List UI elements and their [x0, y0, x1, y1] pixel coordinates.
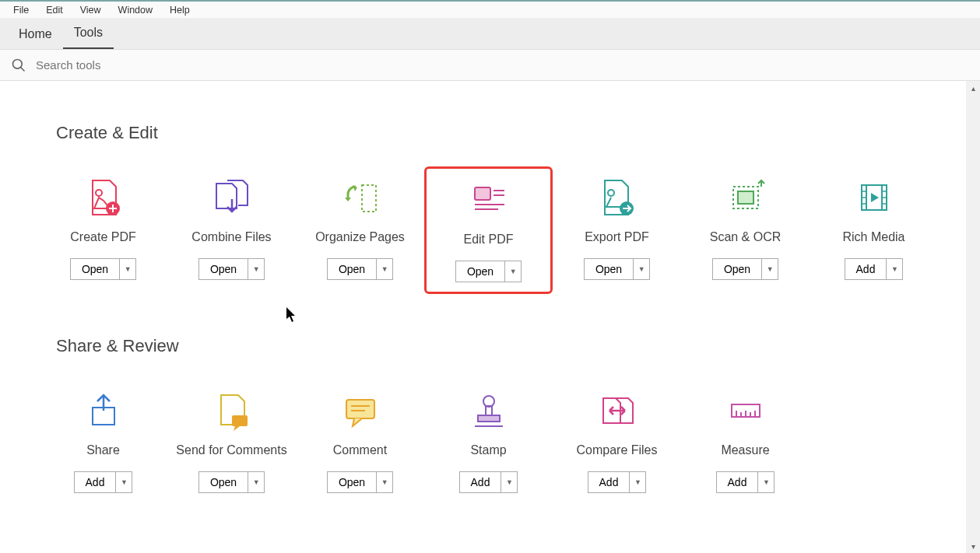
scroll-up-arrow-icon[interactable]: ▴: [966, 81, 980, 95]
tool-label: Stamp: [470, 443, 506, 457]
tool-organize-pages[interactable]: Organize Pages Open ▼: [296, 166, 424, 294]
add-button[interactable]: Add: [75, 472, 117, 492]
share-icon: [82, 389, 125, 432]
dropdown-button[interactable]: ▼: [248, 472, 264, 492]
dropdown-button[interactable]: ▼: [377, 472, 392, 492]
tool-action-group: Open ▼: [70, 258, 136, 280]
add-button[interactable]: Add: [717, 472, 759, 492]
tab-home[interactable]: Home: [8, 21, 63, 49]
tool-rich-media[interactable]: Rich Media Add ▼: [810, 166, 938, 294]
svg-rect-4: [362, 185, 376, 212]
open-button[interactable]: Open: [71, 259, 120, 279]
dropdown-button[interactable]: ▼: [248, 259, 264, 279]
svg-point-28: [483, 396, 494, 407]
tabbar: Home Tools: [0, 19, 980, 50]
dropdown-button[interactable]: ▼: [634, 259, 649, 279]
svg-rect-13: [738, 191, 753, 204]
tools-share-review: Share Add ▼ Send for Comments Open ▼: [39, 380, 980, 502]
content-area: Create & Edit Create PDF Open ▼: [0, 81, 980, 553]
tool-label: Measure: [721, 443, 769, 457]
dropdown-button[interactable]: ▼: [501, 472, 517, 492]
comment-icon: [339, 389, 382, 432]
menubar: File Edit View Window Help: [0, 0, 980, 19]
compare-files-icon: [595, 389, 639, 432]
vertical-scrollbar[interactable]: ▴ ▾: [966, 81, 980, 553]
svg-point-0: [13, 59, 23, 68]
dropdown-button[interactable]: ▼: [116, 472, 132, 492]
open-button[interactable]: Open: [199, 472, 248, 492]
menu-window[interactable]: Window: [110, 5, 161, 16]
add-button[interactable]: Add: [460, 472, 502, 492]
scan-ocr-icon: [724, 176, 767, 219]
export-pdf-icon: [595, 176, 639, 219]
tool-action-group: Open ▼: [327, 258, 393, 280]
dropdown-button[interactable]: ▼: [887, 259, 902, 279]
search-icon: [11, 58, 26, 73]
tool-label: Combine Files: [191, 230, 271, 244]
tool-label: Share: [86, 443, 120, 457]
menu-view[interactable]: View: [72, 5, 110, 16]
tool-action-group: Add ▼: [588, 471, 647, 493]
dropdown-button[interactable]: ▼: [120, 259, 135, 279]
tool-label: Edit PDF: [463, 233, 513, 247]
rich-media-icon: [852, 176, 896, 219]
tool-action-group: Add ▼: [459, 471, 518, 493]
open-button[interactable]: Open: [328, 259, 377, 279]
combine-files-icon: [210, 176, 254, 219]
open-button[interactable]: Open: [456, 261, 505, 282]
tool-share[interactable]: Share Add ▼: [39, 380, 167, 502]
tool-label: Organize Pages: [315, 230, 405, 244]
tool-label: Export PDF: [585, 230, 649, 244]
tool-label: Send for Comments: [176, 443, 286, 457]
tool-combine-files[interactable]: Combine Files Open ▼: [167, 166, 296, 294]
dropdown-button[interactable]: ▼: [762, 259, 778, 279]
dropdown-button[interactable]: ▼: [758, 472, 774, 492]
tool-label: Create PDF: [70, 230, 135, 244]
tool-create-pdf[interactable]: Create PDF Open ▼: [39, 166, 167, 294]
menu-help[interactable]: Help: [161, 5, 198, 16]
stamp-icon: [467, 389, 511, 432]
add-button[interactable]: Add: [845, 259, 887, 279]
svg-rect-25: [346, 400, 374, 418]
dropdown-button[interactable]: ▼: [505, 261, 521, 282]
svg-rect-30: [478, 415, 500, 422]
tool-action-group: Open ▼: [327, 471, 393, 493]
tool-action-group: Open ▼: [198, 258, 265, 280]
tool-action-group: Add ▼: [74, 471, 133, 493]
tool-send-for-comments[interactable]: Send for Comments Open ▼: [167, 380, 296, 502]
tab-tools[interactable]: Tools: [63, 19, 114, 49]
tool-action-group: Open ▼: [712, 258, 778, 280]
tool-comment[interactable]: Comment Open ▼: [296, 380, 424, 502]
scroll-down-arrow-icon[interactable]: ▾: [966, 539, 980, 553]
tool-measure[interactable]: Measure Add ▼: [681, 380, 810, 502]
dropdown-button[interactable]: ▼: [630, 472, 645, 492]
tool-scan-ocr[interactable]: Scan & OCR Open ▼: [681, 166, 810, 294]
tool-action-group: Open ▼: [455, 261, 522, 282]
tool-action-group: Open ▼: [198, 471, 265, 493]
section-title-share-review: Share & Review: [56, 336, 980, 356]
menu-file[interactable]: File: [5, 5, 37, 16]
tool-action-group: Add ▼: [845, 258, 904, 280]
tool-compare-files[interactable]: Compare Files Add ▼: [553, 380, 681, 502]
dropdown-button[interactable]: ▼: [377, 259, 392, 279]
tool-action-group: Add ▼: [716, 471, 775, 493]
search-input[interactable]: [36, 58, 347, 72]
open-button[interactable]: Open: [713, 259, 762, 279]
create-pdf-icon: [82, 176, 125, 219]
tool-edit-pdf[interactable]: Edit PDF Open ▼: [424, 166, 553, 294]
measure-icon: [724, 389, 767, 432]
organize-pages-icon: [339, 176, 382, 219]
tool-stamp[interactable]: Stamp Add ▼: [424, 380, 553, 502]
tools-create-edit: Create PDF Open ▼ Combine Files Open ▼: [39, 166, 980, 294]
open-button[interactable]: Open: [199, 259, 248, 279]
open-button[interactable]: Open: [585, 259, 634, 279]
open-button[interactable]: Open: [328, 472, 377, 492]
menu-edit[interactable]: Edit: [37, 5, 72, 16]
edit-pdf-icon: [467, 178, 511, 222]
add-button[interactable]: Add: [588, 472, 631, 492]
searchbar: [0, 50, 980, 81]
send-comments-icon: [210, 389, 254, 432]
tool-action-group: Open ▼: [584, 258, 650, 280]
tool-label: Compare Files: [576, 443, 657, 457]
tool-export-pdf[interactable]: Export PDF Open ▼: [553, 166, 681, 294]
